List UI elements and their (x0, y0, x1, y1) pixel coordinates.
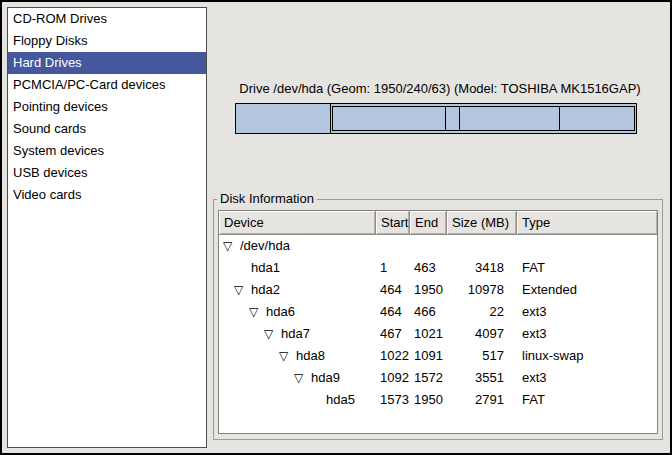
device-name: hda5 (326, 389, 355, 411)
cell-end: 463 (410, 257, 447, 279)
device-name: hda6 (266, 301, 295, 323)
partition-divider-2 (459, 107, 460, 130)
sidebar-item-pointing-devices[interactable]: Pointing devices (8, 96, 206, 118)
partition-bar (235, 103, 637, 134)
table-row-hda8[interactable]: ▽hda810221091517linux-swap (219, 345, 657, 367)
cell-device: ▽hda9 (219, 367, 376, 389)
column-header-type[interactable]: Type (517, 211, 657, 235)
cell-size: 22 (447, 301, 517, 323)
table-body: ▽/dev/hdahda114633418FAT▽hda246419501097… (219, 235, 657, 411)
sidebar-item-usb-devices[interactable]: USB devices (8, 162, 206, 184)
sidebar-item-cd-rom-drives[interactable]: CD-ROM Drives (8, 8, 206, 30)
device-category-list: CD-ROM DrivesFloppy DisksHard DrivesPCMC… (7, 7, 207, 448)
hardware-browser-window: { "colors": { "window_bg": "#e6e4e1", "s… (0, 0, 672, 455)
sidebar-item-system-devices[interactable]: System devices (8, 140, 206, 162)
table-row-hda6[interactable]: ▽hda646446622ext3 (219, 301, 657, 323)
partition-divider-1 (445, 107, 446, 130)
cell-type: FAT (517, 257, 657, 279)
table-row-hda9[interactable]: ▽hda9109215723551ext3 (219, 367, 657, 389)
cell-device: ▽hda8 (219, 345, 376, 367)
cell-start: 1022 (376, 345, 410, 367)
cell-type: ext3 (517, 323, 657, 345)
cell-type: Extended (517, 279, 657, 301)
cell-end: 1572 (410, 367, 447, 389)
cell-start: 1573 (376, 389, 410, 411)
cell-start: 467 (376, 323, 410, 345)
device-name: /dev/hda (240, 235, 290, 257)
cell-device: hda5 (219, 389, 376, 411)
partition-segment-hda1 (236, 104, 331, 133)
cell-start: 464 (376, 279, 410, 301)
cell-size: 517 (447, 345, 517, 367)
partition-divider-3 (559, 107, 560, 130)
table-row-hda7[interactable]: ▽hda746710214097ext3 (219, 323, 657, 345)
cell-end: 466 (410, 301, 447, 323)
disk-information-frame: Disk Information Device Start End Size (… (213, 199, 663, 440)
column-header-end[interactable]: End (410, 211, 447, 235)
table-header-row: Device Start End Size (MB) Type (219, 211, 657, 235)
expander-icon[interactable]: ▽ (294, 367, 310, 389)
device-name: hda1 (251, 257, 280, 279)
sidebar-item-sound-cards[interactable]: Sound cards (8, 118, 206, 140)
cell-type: FAT (517, 389, 657, 411)
sidebar-item-pcmcia-pc-card-devices[interactable]: PCMCIA/PC-Card devices (8, 74, 206, 96)
device-name: hda7 (281, 323, 310, 345)
device-name: hda8 (296, 345, 325, 367)
cell-type: ext3 (517, 301, 657, 323)
table-row-hda2[interactable]: ▽hda2464195010978Extended (219, 279, 657, 301)
column-header-size[interactable]: Size (MB) (447, 211, 517, 235)
cell-end: 1950 (410, 279, 447, 301)
cell-device: ▽hda6 (219, 301, 376, 323)
cell-device: ▽/dev/hda (219, 235, 376, 257)
cell-end: 1950 (410, 389, 447, 411)
sidebar-item-hard-drives[interactable]: Hard Drives (8, 52, 206, 74)
cell-device: ▽hda2 (219, 279, 376, 301)
table-row-dev-hda[interactable]: ▽/dev/hda (219, 235, 657, 257)
sidebar-item-video-cards[interactable]: Video cards (8, 184, 206, 206)
cell-device: ▽hda7 (219, 323, 376, 345)
cell-type: linux-swap (517, 345, 657, 367)
cell-start: 1092 (376, 367, 410, 389)
cell-end: 1021 (410, 323, 447, 345)
cell-size: 2791 (447, 389, 517, 411)
device-name: hda9 (311, 367, 340, 389)
partition-segment-hda2-extended (332, 106, 635, 131)
disk-information-table: Device Start End Size (MB) Type ▽/dev/hd… (218, 210, 658, 434)
expander-icon[interactable]: ▽ (279, 345, 295, 367)
cell-start (376, 235, 410, 257)
column-header-start[interactable]: Start (376, 211, 410, 235)
table-row-hda1[interactable]: hda114633418FAT (219, 257, 657, 279)
cell-start: 464 (376, 301, 410, 323)
column-header-device[interactable]: Device (219, 211, 376, 235)
cell-start: 1 (376, 257, 410, 279)
cell-end: 1091 (410, 345, 447, 367)
sidebar-item-floppy-disks[interactable]: Floppy Disks (8, 30, 206, 52)
cell-type (517, 235, 657, 257)
cell-type: ext3 (517, 367, 657, 389)
cell-end (410, 235, 447, 257)
table-row-hda5[interactable]: hda5157319502791FAT (219, 389, 657, 411)
cell-size: 3551 (447, 367, 517, 389)
expander-icon[interactable]: ▽ (234, 279, 250, 301)
expander-icon[interactable]: ▽ (264, 323, 280, 345)
device-name: hda2 (251, 279, 280, 301)
expander-icon[interactable]: ▽ (223, 235, 239, 257)
drive-title: Drive /dev/hda (Geom: 1950/240/63) (Mode… (213, 81, 667, 96)
cell-size (447, 235, 517, 257)
cell-size: 4097 (447, 323, 517, 345)
expander-icon[interactable]: ▽ (249, 301, 265, 323)
cell-size: 3418 (447, 257, 517, 279)
cell-size: 10978 (447, 279, 517, 301)
disk-information-legend: Disk Information (217, 191, 317, 207)
cell-device: hda1 (219, 257, 376, 279)
